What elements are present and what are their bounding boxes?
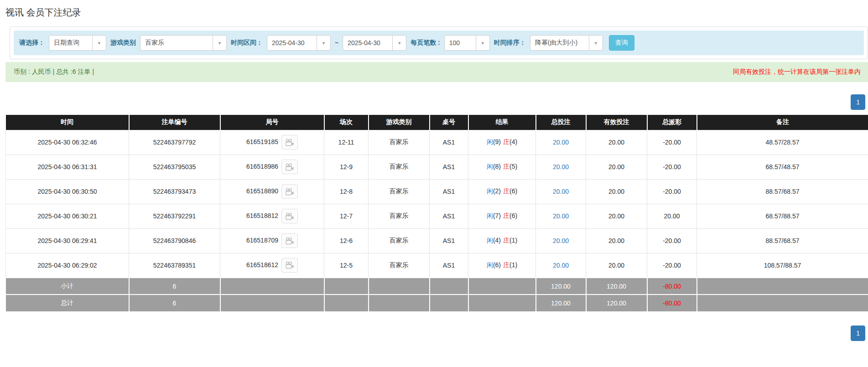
total-label: 总计 [6, 295, 129, 311]
valid-bet-cell: 20.00 [586, 179, 647, 204]
banker-result: 庄 [503, 163, 509, 170]
table-no-cell: AS1 [430, 253, 468, 278]
bet-id-cell: 522463797792 [129, 130, 220, 155]
query-type-select[interactable]: 日期查询 ▾ [49, 35, 106, 51]
total-bet-cell: 20.00 [536, 228, 586, 253]
total-bet-link[interactable]: 20.00 [553, 212, 569, 220]
session-cell: 12-7 [324, 204, 369, 228]
table-no-cell: AS1 [430, 204, 468, 228]
total-valid-bet: 120.00 [586, 295, 647, 311]
valid-bet-cell: 20.00 [586, 253, 647, 278]
subtotal-total-bet: 120.00 [536, 278, 586, 295]
film-camera-icon [285, 212, 294, 220]
session-cell: 12-8 [324, 179, 369, 204]
query-type-label: 请选择： [19, 39, 45, 47]
page-title: 视讯 会员下注纪录 [5, 6, 868, 19]
video-replay-button[interactable] [281, 160, 298, 174]
game-type-cell: 百家乐 [369, 130, 430, 155]
game-type-cell: 百家乐 [369, 155, 430, 179]
betting-records-page: 视讯 会员下注纪录 请选择： 日期查询 ▾ 游戏类别 百家乐 ▾ 时间区间： 2… [0, 6, 868, 367]
payout-cell: -20.00 [647, 253, 697, 278]
time-sort-label: 时间排序： [494, 39, 526, 47]
total-bet-link[interactable]: 20.00 [553, 188, 569, 195]
time-cell: 2025-04-30 06:30:50 [6, 179, 129, 204]
valid-bet-cell: 20.00 [586, 130, 647, 155]
round-id-value: 616518890 [246, 187, 278, 195]
header-valid-bet: 有效投注 [586, 115, 647, 130]
page-size-select[interactable]: 100 ▾ [444, 35, 490, 51]
player-result: 闲 [487, 138, 493, 145]
video-replay-button[interactable] [281, 258, 298, 273]
banker-result: 庄 [503, 138, 509, 145]
video-replay-button[interactable] [281, 135, 298, 150]
game-type-cell: 百家乐 [369, 204, 430, 228]
player-result: 闲 [487, 237, 493, 244]
total-payout: -80.00 [647, 295, 697, 311]
table-row: 2025-04-30 06:30:50 522463793473 6165188… [6, 179, 868, 204]
total-bet-cell: 20.00 [536, 130, 586, 155]
total-bet-link[interactable]: 20.00 [553, 163, 569, 171]
header-round-id: 局号 [220, 115, 324, 130]
time-sort-value: 降幂(由大到小) [530, 36, 589, 50]
date-to-select[interactable]: 2025-04-30 ▾ [343, 35, 406, 51]
video-replay-button[interactable] [281, 184, 298, 199]
chevron-down-icon[interactable]: ▾ [92, 36, 106, 50]
betting-records-table: 时间 注单编号 局号 场次 游戏类别 桌号 结果 总投注 有效投注 总派彩 备注… [5, 115, 868, 311]
game-category-select[interactable]: 百家乐 ▾ [140, 35, 227, 51]
table-body: 2025-04-30 06:32:46 522463797792 6165191… [6, 130, 868, 278]
bet-id-cell: 522463790846 [129, 228, 220, 253]
page-1-button[interactable]: 1 [851, 326, 865, 341]
time-cell: 2025-04-30 06:29:02 [6, 253, 129, 278]
banker-result: 庄 [503, 261, 509, 269]
total-bet-link[interactable]: 20.00 [553, 237, 569, 244]
total-bet-link[interactable]: 20.00 [553, 139, 569, 146]
player-score: (7) [493, 212, 501, 219]
total-bet-link[interactable]: 20.00 [553, 262, 569, 269]
round-id-value: 616518986 [246, 163, 278, 170]
summary-bar: 币别 : 人民币 | 总共 :6 注单 | 同局有效投注，统一计算在该局第一张注… [5, 62, 868, 82]
total-bet-cell: 20.00 [536, 179, 586, 204]
round-id-cell: 616518812 [220, 204, 324, 228]
bet-id-cell: 522463789351 [129, 253, 220, 278]
page-size-label: 每页笔数 : [411, 39, 440, 47]
round-id-cell: 616519185 [220, 130, 324, 155]
header-table-no: 桌号 [430, 115, 468, 130]
table-row: 2025-04-30 06:31:31 522463795035 6165189… [6, 155, 868, 179]
table-header-row: 时间 注单编号 局号 场次 游戏类别 桌号 结果 总投注 有效投注 总派彩 备注 [6, 115, 868, 130]
film-camera-icon [285, 163, 294, 171]
search-button[interactable]: 查询 [609, 35, 634, 51]
header-session: 场次 [324, 115, 369, 130]
header-time: 时间 [6, 115, 129, 130]
round-id-cell: 616518986 [220, 155, 324, 179]
remark-cell: 48.57/28.57 [697, 130, 868, 155]
player-score: (6) [493, 261, 501, 269]
header-total-bet: 总投注 [536, 115, 586, 130]
time-sort-select[interactable]: 降幂(由大到小) ▾ [530, 35, 603, 51]
time-cell: 2025-04-30 06:29:41 [6, 228, 129, 253]
round-id-cell: 616518890 [220, 179, 324, 204]
payout-cell: -20.00 [647, 130, 697, 155]
subtotal-valid-bet: 120.00 [586, 278, 647, 295]
chevron-down-icon[interactable]: ▾ [476, 36, 489, 50]
table-row: 2025-04-30 06:29:41 522463790846 6165187… [6, 228, 868, 253]
result-cell: 闲(2)庄(6) [468, 179, 536, 204]
game-type-cell: 百家乐 [369, 179, 430, 204]
table-no-cell: AS1 [430, 228, 468, 253]
chevron-down-icon[interactable]: ▾ [589, 36, 603, 50]
banker-score: (1) [509, 237, 517, 244]
total-bet-cell: 20.00 [536, 204, 586, 228]
header-result: 结果 [468, 115, 536, 130]
page-1-button[interactable]: 1 [851, 94, 865, 110]
remark-cell: 68.57/88.57 [697, 204, 868, 228]
subtotal-label: 小计 [6, 278, 129, 295]
video-replay-button[interactable] [281, 209, 298, 223]
round-id-value: 616518709 [246, 237, 278, 244]
time-cell: 2025-04-30 06:32:46 [6, 130, 129, 155]
subtotal-row: 小计 6 120.00 120.00 -80.00 [6, 278, 868, 295]
date-from-select[interactable]: 2025-04-30 ▾ [267, 35, 331, 51]
video-replay-button[interactable] [281, 233, 298, 248]
chevron-down-icon[interactable]: ▾ [317, 36, 330, 50]
round-id-value: 616518612 [246, 261, 278, 268]
chevron-down-icon[interactable]: ▾ [392, 36, 406, 50]
chevron-down-icon[interactable]: ▾ [213, 36, 226, 50]
